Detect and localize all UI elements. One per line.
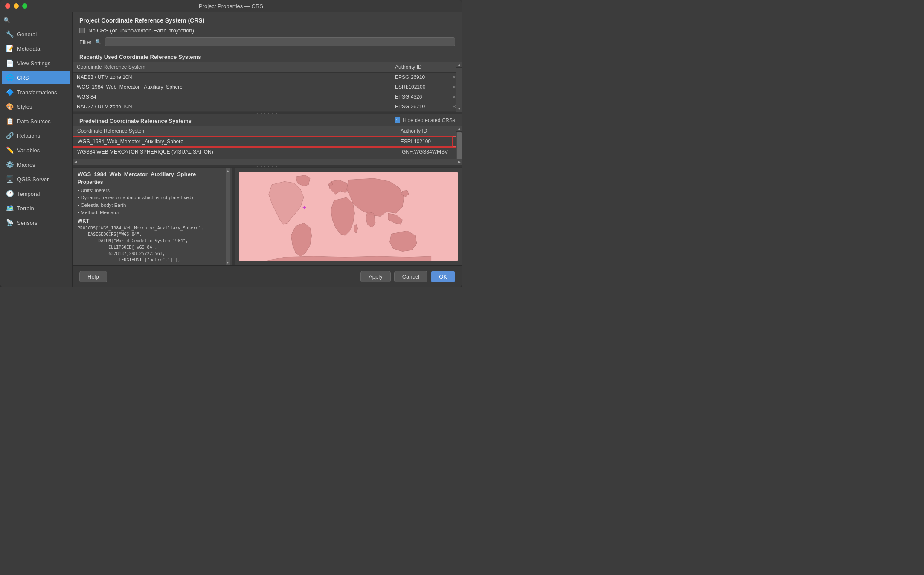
no-crs-row: No CRS (or unknown/non-Earth projection) <box>79 27 455 34</box>
sidebar-item-general[interactable]: 🔧 General <box>2 27 70 41</box>
sidebar-item-label: Data Sources <box>17 118 51 125</box>
footer: Help Apply Cancel OK <box>73 265 462 288</box>
wkt-label: WKT <box>73 216 232 225</box>
data-sources-icon: 📋 <box>6 117 14 125</box>
property-item-1: • Dynamic (relies on a datum which is no… <box>78 194 227 201</box>
table-row[interactable]: WGS84 WEB MERCATOR SPHERIQUE (VISUALISAT… <box>73 147 462 157</box>
apply-button[interactable]: Apply <box>360 271 391 282</box>
hide-deprecated-row: ✓ Hide deprecated CRSs <box>388 116 462 125</box>
wkt-panel: WGS_1984_Web_Mercator_Auxiliary_Sphere P… <box>73 168 235 265</box>
sidebar-item-qgis-server[interactable]: 🖥️ QGIS Server <box>2 172 70 186</box>
sidebar-item-crs[interactable]: 🌐 CRS <box>2 71 70 84</box>
authority-cell: ESRI:54004 <box>396 157 452 159</box>
wkt-code-text: PROJCRS["WGS_1984_Web_Mercator_Auxiliary… <box>78 225 227 263</box>
sidebar-item-sensors[interactable]: 📡 Sensors <box>2 216 70 229</box>
sidebar-item-label: General <box>17 31 37 38</box>
crs-cell: WGS 84 <box>73 92 391 102</box>
no-crs-checkbox[interactable] <box>79 28 85 33</box>
transformations-icon: 🔷 <box>6 88 14 96</box>
sidebar-item-transformations[interactable]: 🔷 Transformations <box>2 85 70 99</box>
crs-cell: WGS_1984_Web_Mercator _Auxiliary_Sphere <box>73 136 396 147</box>
map-panel <box>235 168 462 265</box>
crs-cell: WGS_1984_Web_Mercator _Auxiliary_Sphere <box>73 82 391 92</box>
sidebar-item-data-sources[interactable]: 📋 Data Sources <box>2 114 70 128</box>
panel-title: Project Coordinate Reference System (CRS… <box>79 17 455 24</box>
sidebar-item-metadata[interactable]: 📝 Metadata <box>2 42 70 55</box>
crs-cell: NAD83 / UTM zone 10N <box>73 73 391 82</box>
sensors-icon: 📡 <box>6 219 14 227</box>
sidebar-item-view-settings[interactable]: 📄 View Settings <box>2 56 70 70</box>
col-authority-header: Authority ID <box>391 62 446 73</box>
main-window: Project Properties — CRS 🔍 🔧 General 📝 M… <box>0 0 462 288</box>
minimize-button[interactable] <box>14 3 19 9</box>
recently-used-section-label: Recently Used Coordinate Reference Syste… <box>73 50 462 62</box>
sidebar-item-label: Metadata <box>17 46 40 52</box>
sidebar-item-terrain[interactable]: 🗺️ Terrain <box>2 201 70 215</box>
property-item-0: • Units: meters <box>78 187 227 194</box>
recently-used-table: Coordinate Reference System Authority ID… <box>73 62 462 112</box>
scroll-down-button[interactable]: ▼ <box>456 106 462 112</box>
property-item-2: • Celestial body: Earth <box>78 202 227 209</box>
table-row[interactable]: WGS 84 EPSG:4326 ✕ <box>73 92 462 102</box>
authority-cell: ESRI:102100 <box>396 136 452 147</box>
table-row[interactable]: NAD27 / UTM zone 10N EPSG:26710 ✕ <box>73 102 462 112</box>
selected-predefined-row[interactable]: WGS_1984_Web_Mercator _Auxiliary_Sphere … <box>73 136 462 147</box>
predefined-scroll-up[interactable]: ▲ <box>456 126 462 132</box>
table-row[interactable]: WGS_1984_Web_Mercator _Auxiliary_Sphere … <box>73 82 462 92</box>
recently-used-table-area: Coordinate Reference System Authority ID… <box>73 62 462 112</box>
search-icon: 🔍 <box>3 17 10 23</box>
predefined-header: Predefined Coordinate Reference Systems … <box>73 114 462 126</box>
sidebar-item-macros[interactable]: ⚙️ Macros <box>2 158 70 171</box>
crs-cell: WGS84 WEB MERCATOR SPHERIQUE (VISUALISAT… <box>73 147 396 157</box>
properties-section: Properties • Units: meters • Dynamic (re… <box>73 179 232 216</box>
scroll-right-button[interactable]: ▶ <box>456 159 462 165</box>
wkt-scroll-up[interactable]: ▲ <box>226 168 230 174</box>
sidebar-item-label: Macros <box>17 162 35 168</box>
authority-cell: ESRI:102100 <box>391 82 446 92</box>
authority-cell: IGNF:WGS84WMSV <box>396 147 452 157</box>
qgis-server-icon: 🖥️ <box>6 175 14 183</box>
table-row[interactable]: World ... ESRI:54004 <box>73 157 462 159</box>
footer-left: Help <box>79 271 107 282</box>
predefined-table: Coordinate Reference System Authority ID… <box>73 126 462 159</box>
styles-icon: 🎨 <box>6 103 14 110</box>
sidebar-item-label: View Settings <box>17 60 51 67</box>
general-icon: 🔧 <box>6 30 14 38</box>
temporal-icon: 🕐 <box>6 190 14 197</box>
sidebar-item-label: Styles <box>17 104 32 110</box>
col-authority-header-predefined: Authority ID <box>396 126 452 136</box>
view-settings-icon: 📄 <box>6 59 14 67</box>
crs-cell: NAD27 / UTM zone 10N <box>73 102 391 112</box>
filter-row: Filter 🔍 <box>79 37 455 46</box>
cancel-button[interactable]: Cancel <box>394 271 427 282</box>
crs-cell: World ... <box>73 157 396 159</box>
hide-deprecated-checkbox[interactable]: ✓ <box>395 117 400 123</box>
maximize-button[interactable] <box>22 3 27 9</box>
table-row[interactable]: NAD83 / UTM zone 10N EPSG:26910 ✕ <box>73 73 462 82</box>
sidebar-item-variables[interactable]: ✏️ Variables <box>2 143 70 157</box>
sidebar-item-temporal[interactable]: 🕐 Temporal <box>2 187 70 200</box>
scroll-up-button[interactable]: ▲ <box>456 62 462 68</box>
scroll-left-button[interactable]: ◀ <box>73 159 78 165</box>
sidebar-item-label: Sensors <box>17 220 38 226</box>
main-content: 🔍 🔧 General 📝 Metadata 📄 View Settings 🌐… <box>0 12 462 288</box>
hide-deprecated-label: Hide deprecated CRSs <box>403 117 455 123</box>
ok-button[interactable]: OK <box>431 271 455 282</box>
sidebar-item-styles[interactable]: 🎨 Styles <box>2 100 70 113</box>
sidebar-search-bar: 🔍 <box>0 15 72 27</box>
predefined-table-area: Coordinate Reference System Authority ID… <box>73 126 462 159</box>
sidebar-item-relations[interactable]: 🔗 Relations <box>2 129 70 142</box>
titlebar: Project Properties — CRS <box>0 0 462 12</box>
metadata-icon: 📝 <box>6 45 14 52</box>
wkt-code: PROJCRS["WGS_1984_Web_Mercator_Auxiliary… <box>73 225 232 265</box>
predefined-section-label: Predefined Coordinate Reference Systems <box>73 114 198 126</box>
wkt-scroll-down[interactable]: ▼ <box>226 259 230 265</box>
filter-input[interactable] <box>105 37 455 46</box>
window-title: Project Properties — CRS <box>199 3 263 9</box>
col-crs-header-predefined: Coordinate Reference System <box>73 126 396 136</box>
help-button[interactable]: Help <box>79 271 107 282</box>
sidebar-item-label: Transformations <box>17 89 57 96</box>
macros-icon: ⚙️ <box>6 161 14 168</box>
sidebar: 🔍 🔧 General 📝 Metadata 📄 View Settings 🌐… <box>0 12 73 288</box>
close-button[interactable] <box>5 3 10 9</box>
